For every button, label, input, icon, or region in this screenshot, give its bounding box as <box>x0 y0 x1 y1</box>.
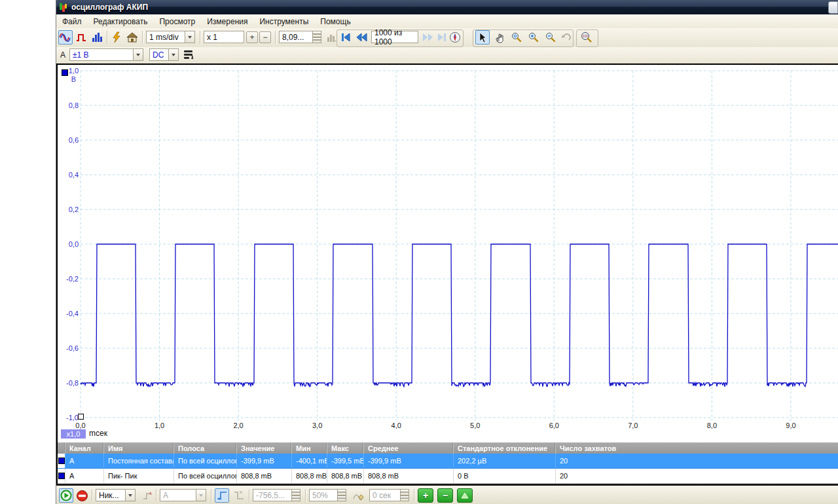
trigger-marker-button <box>140 488 155 503</box>
table-cell: 808,8 mВ <box>292 469 327 483</box>
y-tick-label: -0,2 <box>66 275 79 283</box>
start-capture-button[interactable] <box>59 488 73 503</box>
select-tool-button[interactable] <box>475 30 490 45</box>
add-measurement-button[interactable]: + <box>418 488 433 503</box>
previous-buffer-icon <box>355 32 367 43</box>
timebase-select[interactable]: 1 ms/div <box>146 31 185 43</box>
falling-edge-button[interactable] <box>232 488 246 503</box>
table-header-cell[interactable]: Макс <box>327 442 364 454</box>
y-tick-label: -0,4 <box>66 310 79 317</box>
samples-field[interactable]: 8,09... <box>279 31 313 43</box>
menu-item-measurements[interactable]: Измерения <box>201 15 253 28</box>
window-control-button[interactable] <box>828 1 838 14</box>
zoom-window-tool-button[interactable] <box>509 30 524 45</box>
persistence-view-button[interactable] <box>74 30 88 45</box>
zoom-in-tool-button[interactable] <box>526 30 541 45</box>
trigger-toolbar: Ник... A -756,5... 50% 0 сек + − <box>56 484 838 504</box>
first-buffer-icon <box>340 32 351 43</box>
first-buffer-button[interactable] <box>338 30 353 45</box>
y-tick-label: 0,4 <box>69 171 79 179</box>
home-settings-button[interactable] <box>125 30 139 45</box>
zoom-out-icon <box>545 31 556 43</box>
table-cell: 0 В <box>454 469 556 483</box>
table-cell: По всей осциллограмме <box>174 454 237 468</box>
y-tick-label: 0,0 <box>69 240 79 248</box>
scope-plot-area[interactable]: 1,00,80,60,40,20,0-0,2-0,4-0,6-0,8-1,0В0… <box>56 63 838 442</box>
menu-bar: Файл Редактировать Просмотр Измерения Ин… <box>56 14 838 29</box>
channel-a-indicator[interactable] <box>62 69 68 76</box>
trigger-mode-dropdown-button[interactable] <box>125 489 136 501</box>
buffer-navigator-button[interactable] <box>448 30 462 45</box>
channel-options-button[interactable] <box>182 47 196 62</box>
table-header-cell[interactable]: Полоса <box>174 442 237 454</box>
row-channel-indicator <box>58 458 65 464</box>
menu-item-file[interactable]: Файл <box>56 15 88 28</box>
zoom-out-step-button[interactable]: − <box>259 31 271 43</box>
zoom-in-icon <box>528 31 539 43</box>
zoom-in-step-button[interactable]: + <box>246 31 258 43</box>
menu-item-edit[interactable]: Редактировать <box>88 15 154 28</box>
menu-item-view[interactable]: Просмотр <box>153 15 201 28</box>
channel-coupling-select[interactable]: DC <box>149 48 169 61</box>
chevron-down-icon <box>128 494 132 497</box>
y-tick-label: 1,0 <box>69 67 79 75</box>
table-header-cell[interactable]: Число захватов <box>556 442 838 454</box>
previous-buffer-button[interactable] <box>354 30 369 45</box>
table-header-cell[interactable]: Мин <box>292 442 327 454</box>
waveform-channel-a <box>81 244 838 387</box>
table-header-cell[interactable]: Значение <box>237 442 292 454</box>
compass-icon <box>449 31 461 43</box>
spectrum-bars-icon <box>91 32 103 43</box>
pan-tool-button[interactable] <box>492 30 507 45</box>
zoom-100-icon: 100 <box>580 31 592 43</box>
title-bar[interactable]: осциллограф АКИП <box>56 0 838 14</box>
channel-coupling-dropdown-button[interactable] <box>168 48 179 61</box>
measurements-table: КаналИмяПолосаЗначениеМинМаксСреднееСтан… <box>56 442 838 484</box>
next-buffer-button <box>420 30 435 45</box>
measurement-row[interactable]: AПик- ПикПо всей осциллограмме808,8 mВ80… <box>58 469 838 484</box>
plot-resize-handle[interactable] <box>78 414 84 420</box>
stop-icon <box>76 490 88 502</box>
trigger-mode-select[interactable]: Ник... <box>96 489 126 501</box>
samples-spinner[interactable] <box>312 31 321 43</box>
channel-range-select[interactable]: ±1 В <box>69 48 134 61</box>
table-header-cell[interactable]: Стандартное отклонение <box>454 442 556 454</box>
y-axis-unit: В <box>71 75 76 83</box>
channel-label: A <box>60 50 65 60</box>
zoom-out-tool-button[interactable] <box>543 30 558 45</box>
menu-item-tools[interactable]: Инструменты <box>253 15 314 28</box>
rising-edge-button[interactable] <box>215 488 229 503</box>
scope-view-button[interactable] <box>58 30 73 45</box>
table-header-cell[interactable]: Канал <box>65 442 104 454</box>
time-unit-label: mсек <box>89 429 107 438</box>
timebase-dropdown-button[interactable] <box>185 31 195 43</box>
trigger-channel-dropdown-button <box>196 489 206 501</box>
channel-range-dropdown-button[interactable] <box>133 48 143 61</box>
spectrum-view-button[interactable] <box>90 30 104 45</box>
channel-options-icon <box>183 49 195 60</box>
x-tick-label: 5,0 <box>470 422 480 429</box>
table-cell: 808,8 mВ <box>237 469 292 483</box>
edit-measurement-button[interactable] <box>457 488 473 503</box>
zoom-100-button[interactable]: 100 <box>579 30 593 45</box>
app-icon <box>59 3 69 12</box>
remove-measurement-button[interactable]: − <box>437 488 453 503</box>
trigger-level-field: -756,5... <box>253 489 292 501</box>
y-tick-label: 0,8 <box>69 101 79 109</box>
table-cell: -400,1 mВ <box>292 454 327 468</box>
home-icon <box>126 32 138 43</box>
trigger-threshold-spinner <box>337 489 346 501</box>
main-toolbar: 1 ms/div x 1 + − 8,09... 1000 из 1000 <box>56 28 838 48</box>
zoom-factor-field[interactable]: x 1 <box>204 31 244 43</box>
menu-item-help[interactable]: Помощь <box>314 15 356 28</box>
x-tick-label: 2,0 <box>233 422 243 429</box>
auto-setup-button[interactable] <box>109 30 124 45</box>
table-cell: Пик- Пик <box>104 469 174 483</box>
channel-bar: A ±1 В DC <box>56 47 838 65</box>
buffer-position-field[interactable]: 1000 из 1000 <box>371 31 418 43</box>
measurement-row[interactable]: AПостоянная составляющаяПо всей осциллог… <box>58 454 838 469</box>
table-header-cell[interactable]: Среднее <box>364 442 454 454</box>
stop-capture-button[interactable] <box>75 488 89 503</box>
x-tick-label: 7,0 <box>628 422 638 429</box>
table-header-cell[interactable]: Имя <box>104 442 174 454</box>
